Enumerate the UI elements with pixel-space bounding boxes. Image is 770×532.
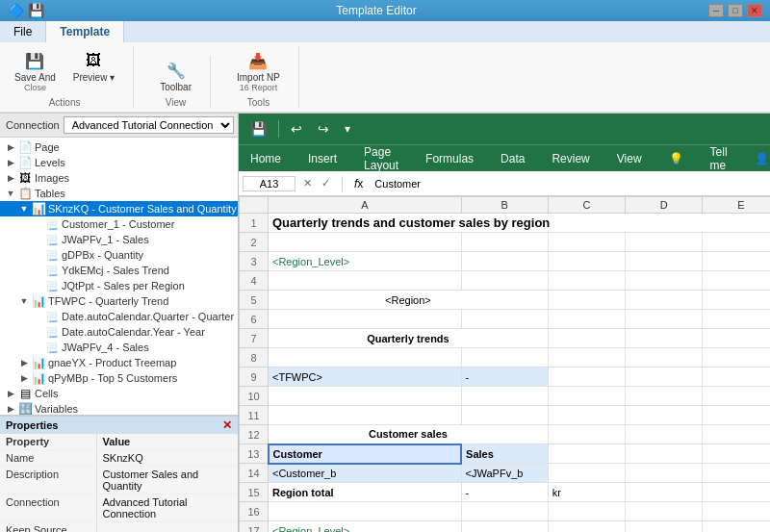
cell-d9[interactable] — [626, 367, 703, 387]
excel-tab-tellme[interactable]: Tell me — [706, 143, 732, 174]
cell-b9[interactable]: - — [461, 367, 548, 387]
cell-a8[interactable] — [269, 348, 462, 367]
cell-c15[interactable]: kr — [548, 483, 625, 502]
cell-c14[interactable] — [548, 464, 625, 483]
cell-e3[interactable] — [703, 252, 770, 271]
cell-e12[interactable] — [703, 425, 770, 444]
excel-tab-insert[interactable]: Insert — [304, 150, 341, 167]
tree-toggle-variables[interactable]: ▶ — [4, 402, 17, 416]
tree-item-tfwpc[interactable]: ▼ 📊 TFWPC - Quarterly Trend — [0, 293, 238, 309]
cell-c16[interactable] — [548, 502, 625, 521]
col-header-d[interactable]: D — [626, 197, 703, 214]
tree-toggle-qpymbp[interactable]: ▶ — [17, 371, 31, 385]
cell-a2[interactable] — [269, 233, 462, 252]
col-header-b[interactable]: B — [461, 197, 548, 214]
tree-toggle-levels[interactable]: ▶ — [4, 156, 17, 169]
cell-a7[interactable]: Quarterly trends — [269, 329, 549, 348]
cell-c6[interactable] — [548, 310, 625, 329]
cell-b3[interactable] — [461, 252, 548, 271]
cell-e5[interactable] — [703, 291, 770, 310]
close-button[interactable]: ✕ — [747, 4, 762, 17]
excel-tab-view[interactable]: View — [613, 150, 646, 167]
excel-tab-pagelayout[interactable]: Page Layout — [360, 143, 402, 174]
tree-item-page[interactable]: ▶ 📄 Page — [0, 139, 238, 155]
minimize-button[interactable]: ─ — [708, 4, 724, 17]
tree-item-jwapfv4[interactable]: 📃 JWaPFv_4 - Sales — [0, 340, 238, 355]
cell-b16[interactable] — [461, 502, 548, 521]
cell-a16[interactable] — [269, 502, 462, 521]
cell-d10[interactable] — [626, 387, 703, 406]
cell-c11[interactable] — [548, 406, 625, 425]
tree-item-qpymbp[interactable]: ▶ 📊 qPyMBp - Top 5 Customers — [0, 370, 238, 386]
cell-b6[interactable] — [461, 310, 548, 329]
cell-d15[interactable] — [626, 483, 703, 502]
tree-item-levels[interactable]: ▶ 📄 Levels — [0, 155, 238, 170]
ribbon-tab-file[interactable]: File — [0, 21, 46, 42]
cell-e6[interactable] — [703, 310, 770, 329]
cell-c4[interactable] — [548, 271, 625, 291]
col-header-e[interactable]: E — [703, 197, 770, 214]
tree-toggle-tfwpc[interactable]: ▼ — [17, 294, 31, 308]
cell-b10[interactable] — [461, 387, 548, 406]
tree-item-mkdkemcj[interactable]: 📃 YdkEMcj - Sales Trend — [0, 263, 238, 278]
cell-d6[interactable] — [626, 310, 703, 329]
formula-confirm-btn[interactable]: ✓ — [318, 176, 334, 190]
cell-e14[interactable] — [703, 464, 770, 483]
cell-d13[interactable] — [626, 444, 703, 464]
cell-c13[interactable] — [548, 444, 625, 464]
excel-tab-account[interactable]: 👤 — [751, 150, 770, 167]
cell-d17[interactable] — [626, 521, 703, 533]
tree-toggle-sknzkq[interactable]: ▼ — [17, 202, 31, 215]
cell-d7[interactable] — [626, 329, 703, 348]
excel-more-btn[interactable]: ▾ — [341, 120, 354, 138]
cell-e17[interactable] — [703, 521, 770, 533]
cell-a10[interactable] — [269, 387, 462, 406]
import-np-button[interactable]: 📥 Import NP 16 Report — [230, 46, 287, 95]
cell-b11[interactable] — [461, 406, 548, 425]
excel-redo-btn[interactable]: ↪ — [314, 119, 333, 139]
cell-reference-input[interactable] — [243, 176, 295, 191]
excel-save-btn[interactable]: 💾 — [246, 119, 270, 139]
cell-b15[interactable]: - — [461, 483, 548, 502]
cell-a1[interactable]: Quarterly trends and customer sales by r… — [269, 214, 771, 233]
tree-toggle-tables[interactable]: ▼ — [4, 187, 17, 200]
formula-fx-btn[interactable]: fx — [350, 176, 367, 191]
cell-c2[interactable] — [548, 233, 625, 252]
cell-a5[interactable]: <Region> — [269, 291, 549, 310]
cell-a14[interactable]: <Customer_b — [269, 464, 462, 483]
cell-b2[interactable] — [461, 233, 548, 252]
tree-item-sknzkq[interactable]: ▼ 📊 SKnzKQ - Customer Sales and Quantity — [0, 201, 238, 216]
excel-tab-lightbulb[interactable]: 💡 — [665, 150, 687, 167]
cell-b14[interactable]: <JWaPFv_b — [461, 464, 548, 483]
preview-button[interactable]: 🖼 Preview ▾ — [66, 46, 121, 95]
cell-d3[interactable] — [626, 252, 703, 271]
cell-a11[interactable] — [269, 406, 462, 425]
cell-d16[interactable] — [626, 502, 703, 521]
tree-item-quarter[interactable]: 📃 Date.autoCalendar.Quarter - Quarter — [0, 309, 238, 324]
cell-a6[interactable] — [269, 310, 462, 329]
col-header-a[interactable]: A — [269, 197, 462, 214]
cell-b4[interactable] — [461, 271, 548, 291]
tree-item-gnaeyx[interactable]: ▶ 📊 gnaeYX - Product Treemap — [0, 355, 238, 370]
tree-item-year[interactable]: 📃 Date.autoCalendar.Year - Year — [0, 324, 238, 340]
cell-e4[interactable] — [703, 271, 770, 291]
tree-item-images[interactable]: ▶ 🖼 Images — [0, 170, 238, 186]
cell-d5[interactable] — [626, 291, 703, 310]
tree-item-cells[interactable]: ▶ ▤ Cells — [0, 386, 238, 401]
excel-tab-data[interactable]: Data — [497, 150, 528, 167]
tree-item-customer1[interactable]: 📃 Customer_1 - Customer — [0, 216, 238, 232]
cell-b13[interactable]: Sales — [461, 444, 548, 464]
cell-e13[interactable] — [703, 444, 770, 464]
cell-c8[interactable] — [548, 348, 625, 367]
cell-d2[interactable] — [626, 233, 703, 252]
tree-toggle-images[interactable]: ▶ — [4, 171, 17, 185]
cell-c9[interactable] — [548, 367, 625, 387]
formula-input[interactable] — [371, 177, 770, 190]
cell-c12[interactable] — [548, 425, 625, 444]
cell-e16[interactable] — [703, 502, 770, 521]
cell-c5[interactable] — [548, 291, 625, 310]
excel-tab-home[interactable]: Home — [246, 150, 285, 167]
cell-e2[interactable] — [703, 233, 770, 252]
cell-c3[interactable] — [548, 252, 625, 271]
cell-d4[interactable] — [626, 271, 703, 291]
